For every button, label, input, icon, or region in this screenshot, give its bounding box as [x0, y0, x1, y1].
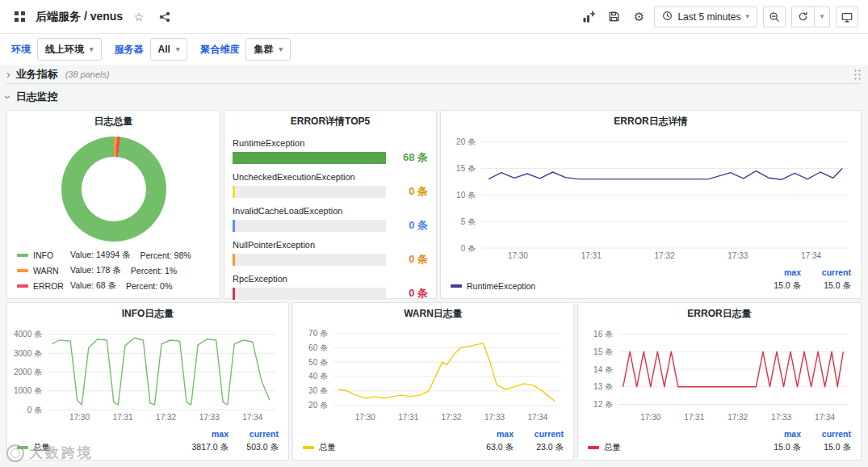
- pie-legend-item[interactable]: WARNValue: 178 条Percent: 1%: [17, 265, 191, 276]
- bar-gauge-value: 68 条: [392, 150, 428, 165]
- donut-chart[interactable]: [61, 137, 166, 242]
- legend-header[interactable]: max: [463, 429, 514, 439]
- bar-gauge-value: 0 条: [392, 286, 428, 301]
- dashboard-title[interactable]: 后端服务 / venus: [36, 10, 123, 24]
- bar-gauge-label: RpcException: [233, 274, 428, 284]
- legend-header[interactable]: max: [751, 267, 801, 277]
- zoom-out-button[interactable]: [763, 6, 786, 27]
- bar-gauge-row: InvalidCacheLoadException0 条: [233, 206, 428, 233]
- panel-title[interactable]: INFO日志量: [7, 303, 288, 324]
- bar-gauge-label: InvalidCacheLoadException: [233, 206, 428, 216]
- legend-series[interactable]: 总量: [17, 442, 178, 453]
- legend-header[interactable]: current: [229, 429, 279, 439]
- line-chart[interactable]: 0 条5 条10 条15 条20 条17:3017:3117:3217:3317…: [444, 132, 856, 261]
- filter-dimension: 聚合维度 集群 ▾: [200, 38, 291, 61]
- panel-title[interactable]: WARN日志量: [293, 303, 573, 324]
- legend-header[interactable]: current: [801, 267, 851, 277]
- svg-text:17:32: 17:32: [156, 413, 176, 422]
- legend-series-marker: [303, 446, 314, 449]
- pie-legend-text: WARN: [33, 266, 65, 276]
- apps-grid-icon[interactable]: [10, 7, 29, 27]
- chart-legend: maxcurrent总量63.0 条23.0 条: [303, 427, 564, 456]
- add-panel-icon[interactable]: [579, 7, 598, 27]
- drag-handle-icon[interactable]: [853, 68, 862, 81]
- svg-text:17:30: 17:30: [355, 413, 375, 422]
- legend-series-marker: [17, 269, 28, 272]
- svg-text:1000 条: 1000 条: [14, 386, 42, 395]
- legend-header[interactable]: current: [514, 429, 564, 439]
- legend-value: 63.0 条: [463, 442, 514, 453]
- filter-server-value[interactable]: All ▾: [150, 38, 188, 61]
- svg-text:17:32: 17:32: [728, 413, 748, 422]
- legend-series[interactable]: 总量: [588, 442, 751, 453]
- chart-legend: maxcurrent总量3817.0 条503.0 条: [17, 427, 279, 456]
- bar-gauge-track: [233, 152, 386, 164]
- line-chart[interactable]: 0 条1000 条2000 条3000 条4000 条17:3017:3117:…: [10, 324, 283, 423]
- filter-server: 服务器 All ▾: [115, 38, 188, 61]
- share-icon[interactable]: [155, 7, 174, 27]
- time-range-picker[interactable]: Last 5 minutes ▾: [654, 6, 757, 27]
- line-chart-svg: 12 条13 条14 条15 条16 条17:3017:3117:3217:33…: [581, 324, 856, 423]
- row-panels-count: (38 panels): [65, 69, 110, 79]
- pie-legend-item[interactable]: INFOValue: 14994 条Percent: 98%: [17, 250, 191, 261]
- pie-legend-text: ERROR: [33, 281, 65, 291]
- row-business-metrics[interactable]: › 业务指标 (38 panels): [6, 65, 862, 84]
- panel-title[interactable]: ERROR详情TOP5: [224, 111, 436, 132]
- svg-text:20 条: 20 条: [308, 401, 328, 410]
- pie-legend-text: INFO: [33, 250, 65, 260]
- svg-text:17:33: 17:33: [199, 413, 220, 422]
- pie-legend-item[interactable]: ERRORValue: 68 条Percent: 0%: [17, 280, 191, 292]
- legend-series[interactable]: 总量: [303, 442, 463, 453]
- filter-dimension-value[interactable]: 集群 ▾: [245, 38, 291, 61]
- filter-dimension-label[interactable]: 聚合维度: [200, 43, 239, 57]
- panel-error-log-detail: ERROR日志详情 0 条5 条10 条15 条20 条17:3017:3117…: [440, 110, 862, 299]
- svg-text:17:32: 17:32: [654, 251, 674, 260]
- legend-header[interactable]: current: [801, 429, 851, 439]
- bar-gauge: RuntimeException68 条UncheckedExecutionEx…: [224, 132, 436, 304]
- legend-series-marker: [17, 446, 28, 449]
- pie-legend-text: Value: 68 条: [70, 280, 116, 292]
- panel-title[interactable]: 日志总量: [7, 111, 220, 132]
- legend-value: 15.0 条: [801, 280, 851, 292]
- svg-text:15 条: 15 条: [456, 164, 476, 173]
- panel-title[interactable]: ERROR日志量: [578, 303, 861, 324]
- filter-env-value[interactable]: 线上环境 ▾: [37, 38, 102, 61]
- filter-server-label[interactable]: 服务器: [115, 43, 144, 57]
- legend-value: 503.0 条: [229, 442, 279, 453]
- refresh-interval-caret[interactable]: ▾: [814, 6, 830, 27]
- star-icon[interactable]: ☆: [129, 7, 149, 27]
- line-chart[interactable]: 12 条13 条14 条15 条16 条17:3017:3117:3217:33…: [581, 324, 856, 423]
- svg-text:17:34: 17:34: [815, 413, 835, 422]
- legend-series[interactable]: RuntimeException: [451, 281, 751, 291]
- bar-gauge-fill: [233, 186, 235, 198]
- bar-gauge-row: NullPointerException0 条: [233, 240, 428, 267]
- settings-gear-icon[interactable]: ⚙: [629, 7, 648, 27]
- legend-header[interactable]: max: [751, 429, 801, 439]
- pie-legend-text: Percent: 98%: [140, 250, 191, 260]
- bar-gauge-row: RuntimeException68 条: [233, 138, 428, 165]
- svg-text:17:33: 17:33: [771, 413, 791, 422]
- legend-series-name: 总量: [604, 442, 621, 453]
- filter-env-label[interactable]: 环境: [11, 43, 31, 57]
- row-log-monitoring[interactable]: › 日志监控: [6, 87, 862, 107]
- panel-title[interactable]: ERROR日志详情: [441, 111, 861, 132]
- svg-text:4000 条: 4000 条: [14, 330, 42, 339]
- svg-text:50 条: 50 条: [308, 358, 328, 367]
- svg-text:17:31: 17:31: [398, 413, 418, 422]
- save-icon[interactable]: [604, 7, 623, 27]
- tv-mode-button[interactable]: [836, 6, 858, 27]
- svg-text:13 条: 13 条: [593, 382, 613, 391]
- line-chart-svg: 0 条5 条10 条15 条20 条17:3017:3117:3217:3317…: [444, 132, 856, 261]
- legend-series-name: 总量: [33, 442, 50, 453]
- svg-text:70 条: 70 条: [308, 329, 328, 338]
- svg-text:17:33: 17:33: [728, 251, 748, 260]
- line-chart[interactable]: 20 条30 条40 条50 条60 条70 条17:3017:3117:321…: [296, 324, 568, 423]
- refresh-button[interactable]: [791, 6, 814, 27]
- pie-legend-text: Percent: 0%: [126, 281, 172, 291]
- bar-gauge-value: 0 条: [392, 218, 428, 233]
- svg-text:0 条: 0 条: [461, 244, 476, 253]
- legend-header[interactable]: max: [178, 429, 229, 439]
- bar-gauge-row: UncheckedExecutionException0 条: [233, 172, 428, 199]
- line-chart-svg: 20 条30 条40 条50 条60 条70 条17:3017:3117:321…: [296, 324, 568, 423]
- svg-text:15 条: 15 条: [593, 347, 613, 356]
